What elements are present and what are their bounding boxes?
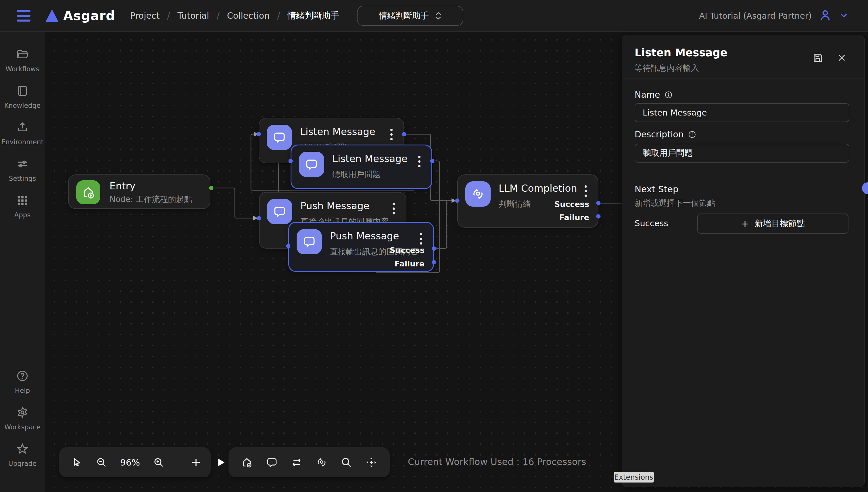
breadcrumb-project[interactable]: Project (130, 10, 160, 21)
llm-node-icon (465, 181, 491, 206)
gear-icon (16, 406, 29, 420)
breadcrumb-separator: / (167, 10, 170, 21)
node-title: Push Message (300, 200, 370, 212)
upload-icon (16, 121, 29, 136)
port-push1-input[interactable] (257, 216, 261, 220)
node-menu-icon[interactable] (418, 156, 421, 158)
node-menu-icon[interactable] (393, 203, 395, 205)
breadcrumb-tutorial[interactable]: Tutorial (177, 10, 209, 21)
node-title: Listen Message (332, 153, 407, 164)
left-sidebar: Workflows Knowledge Environment Settings (0, 32, 45, 492)
entry-node-tool-icon[interactable] (241, 456, 253, 469)
node-menu-icon[interactable] (585, 186, 587, 188)
sidebar-item-label: Settings (9, 175, 36, 182)
info-icon[interactable] (664, 91, 673, 99)
node-menu-icon[interactable] (390, 129, 393, 131)
top-bar: Asgard Project / Tutorial / Collection /… (0, 0, 868, 32)
asgard-logo-icon (45, 9, 59, 22)
name-input[interactable] (635, 103, 849, 122)
save-icon[interactable] (812, 52, 824, 65)
port-listen1-input[interactable] (257, 132, 261, 137)
next-step-heading: Next Step (635, 184, 678, 194)
sidebar-item-label: Workflows (5, 65, 40, 73)
panel-divider (622, 244, 864, 244)
description-label-text: Description (635, 129, 684, 139)
message-node-tool-icon[interactable] (266, 456, 278, 469)
user-icon[interactable] (818, 8, 833, 24)
port-llm-success-output[interactable] (596, 201, 601, 205)
node-push-message-2-selected[interactable]: Push Message 直接輸出訊息的回應內容 Success Failure (288, 222, 434, 272)
breadcrumb: Project / Tutorial / Collection / 情緒判斷助手 (130, 10, 340, 22)
sidebar-item-label: Knowledge (4, 102, 41, 109)
node-title: Push Message (330, 230, 399, 242)
extensions-tooltip: Extensions (614, 472, 654, 483)
menu-icon[interactable] (17, 10, 30, 22)
account-name: AI Tutorial (Asgard Partner) (699, 11, 812, 21)
zoom-level: 96% (120, 457, 140, 468)
node-listen-message-2-selected[interactable]: Listen Message 聽取用戶問題 (291, 145, 432, 189)
close-icon[interactable] (836, 52, 847, 65)
chevron-up-down-icon (435, 12, 442, 20)
output-label-success: Success (554, 200, 589, 208)
node-entry[interactable]: Entry Node: 工作流程的起點 (68, 174, 210, 209)
sidebar-item-workflows[interactable]: Workflows (0, 48, 45, 73)
book-icon (16, 84, 29, 99)
port-push2-failure-output[interactable] (432, 260, 436, 264)
breadcrumb-separator: / (277, 10, 280, 21)
name-label-text: Name (635, 90, 660, 100)
sidebar-item-knowledge[interactable]: Knowledge (0, 84, 45, 109)
port-entry-output[interactable] (209, 186, 214, 190)
search-node-tool-icon[interactable] (340, 456, 353, 469)
add-target-node-button[interactable]: + 新增目標節點 (697, 214, 848, 233)
chevron-down-icon[interactable] (839, 10, 849, 22)
message-node-icon (299, 152, 324, 177)
breadcrumb-collection[interactable]: Collection (227, 10, 270, 21)
node-subtitle: 判斷情緒 (499, 199, 531, 210)
panel-title: Listen Message (635, 47, 727, 59)
sidebar-item-workspace[interactable]: Workspace (0, 406, 45, 431)
sidebar-item-settings[interactable]: Settings (0, 157, 45, 182)
next-step-subtitle: 新增或選擇下一個節點 (635, 198, 715, 208)
sidebar-item-environment[interactable]: Environment (0, 121, 45, 146)
port-llm-input[interactable] (455, 199, 460, 203)
message-node-icon (267, 199, 292, 224)
canvas-zoom-toolbar: 96% (59, 447, 211, 477)
zoom-out-button[interactable] (95, 457, 107, 468)
workflow-selector-dropdown[interactable]: 情緒判斷助手 (357, 6, 463, 26)
add-node-button[interactable] (190, 457, 202, 468)
sidebar-item-label: Apps (15, 211, 31, 219)
node-title: Entry (109, 180, 135, 192)
port-listen2-input[interactable] (289, 159, 293, 163)
sidebar-item-label: Help (15, 387, 30, 394)
cursor-tool-button[interactable] (71, 457, 83, 468)
plus-icon: + (741, 218, 749, 229)
switch-node-tool-icon[interactable] (290, 456, 303, 469)
node-menu-icon[interactable] (420, 233, 422, 236)
success-branch-label: Success (635, 218, 668, 228)
port-llm-failure-output[interactable] (596, 214, 601, 219)
workflow-usage-status: Current Workflow Used : 16 Processors (408, 457, 586, 467)
node-llm-completion[interactable]: LLM Completion 判斷情緒 Success Failure (457, 174, 598, 228)
breadcrumb-current-workflow[interactable]: 情緒判斷助手 (288, 10, 339, 22)
description-input[interactable] (635, 144, 849, 163)
zoom-in-button[interactable] (153, 457, 165, 468)
port-push2-success-output[interactable] (432, 247, 436, 251)
output-label-success: Success (390, 246, 424, 255)
sidebar-item-upgrade[interactable]: Upgrade (0, 442, 45, 467)
port-push2-input[interactable] (286, 244, 291, 248)
llm-node-tool-icon[interactable] (315, 456, 328, 469)
extensions-tool-icon[interactable] (365, 456, 378, 469)
port-listen2-output[interactable] (430, 159, 435, 163)
info-icon[interactable] (688, 130, 696, 139)
port-listen1-output[interactable] (402, 132, 406, 137)
node-subtitle: Node: 工作流程的起點 (109, 194, 192, 205)
node-subtitle: 聽取用戶問題 (332, 169, 380, 180)
sidebar-item-help[interactable]: Help (0, 369, 45, 394)
run-workflow-button[interactable] (215, 457, 227, 468)
sidebar-item-label: Upgrade (8, 460, 36, 467)
help-icon (16, 369, 29, 384)
sidebar-item-apps[interactable]: Apps (0, 194, 45, 219)
node-inspector-panel: Listen Message 等待訊息內容輸入 Name Description… (622, 35, 865, 487)
panel-subtitle: 等待訊息內容輸入 (635, 63, 699, 74)
star-icon (16, 442, 29, 457)
